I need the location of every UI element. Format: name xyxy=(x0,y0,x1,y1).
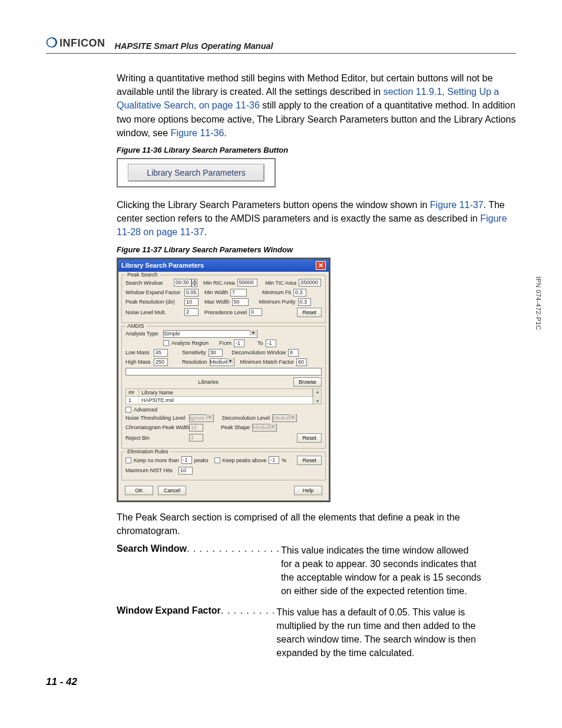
keep-no-more-input[interactable]: -1 xyxy=(181,456,192,464)
peak-reset-button[interactable]: Reset xyxy=(297,308,322,317)
precedence-input[interactable]: 0 xyxy=(249,308,262,316)
elim-reset-button[interactable]: Reset xyxy=(297,456,322,465)
peak-res-input[interactable]: 10 xyxy=(184,298,199,306)
def-search-window: Search Window . . . . . . . . . . . . . … xyxy=(117,543,516,598)
dialog-titlebar[interactable]: Library Search Parameters ✕ xyxy=(118,259,329,272)
min-ric-label: Min RIC Area xyxy=(203,280,235,286)
th-index: ## xyxy=(126,389,139,396)
libraries-scrollbar[interactable]: ▴▾ xyxy=(313,388,322,404)
figure-11-36-image: Library Search Parameters xyxy=(117,158,276,187)
keep-no-more-label: Keep no more than xyxy=(134,457,179,463)
library-search-parameters-button[interactable]: Library Search Parameters xyxy=(128,164,265,182)
link-figure-11-36[interactable]: Figure 11-36 xyxy=(171,128,224,138)
keep-above-input[interactable]: -1 xyxy=(269,456,279,464)
peak-search-legend: Peak Search xyxy=(125,272,160,278)
paragraph-2: Clicking the Library Search Parameters b… xyxy=(117,198,516,239)
figure-11-37-caption: Figure 11-37 Library Search Parameters W… xyxy=(117,245,516,254)
browse-button[interactable]: Browse xyxy=(293,377,322,387)
ok-button[interactable]: OK xyxy=(125,486,153,495)
min-tic-input[interactable]: 250000 xyxy=(299,279,321,286)
keep-above-checkbox[interactable] xyxy=(214,457,220,463)
table-row[interactable]: 1 HAPSITE.msl xyxy=(125,397,313,404)
peak-search-group: Peak Search Search Window 00:30▴▾ Min RI… xyxy=(121,275,326,323)
peak-shape-label: Peak Shape xyxy=(221,424,250,430)
sensitivity-label: Sensitivity xyxy=(182,350,206,355)
page-number: 11 - 42 xyxy=(46,676,516,688)
def-window-expand-factor: Window Expand Factor . . . . . . . . . T… xyxy=(117,605,516,660)
keep-above-label: Keep peaks above xyxy=(223,457,267,463)
noise-thresh-label: Noise Thresholding Level xyxy=(125,415,187,421)
keep-no-more-checkbox[interactable] xyxy=(125,457,131,463)
to-label: To xyxy=(257,340,263,346)
min-purity-input[interactable]: 0.3 xyxy=(298,298,311,306)
low-mass-input[interactable]: 45 xyxy=(154,349,168,357)
close-icon[interactable]: ✕ xyxy=(316,261,326,270)
analyze-region-checkbox[interactable] xyxy=(163,340,169,346)
peak-res-label: Peak Resolution (dx) xyxy=(125,299,182,305)
doc-title: HAPSITE Smart Plus Operating Manual xyxy=(115,41,273,51)
deconv-window-input[interactable]: 8 xyxy=(288,349,299,357)
high-mass-input[interactable]: 250 xyxy=(154,358,168,366)
spin-down-icon[interactable]: ▾ xyxy=(191,283,197,287)
dialog-title-text: Library Search Parameters xyxy=(121,262,204,269)
resolution-label: Resolution xyxy=(182,359,207,365)
percent-label: % xyxy=(282,457,286,463)
page-header: ❍ INFICON HAPSITE Smart Plus Operating M… xyxy=(46,35,516,54)
max-width-label: Max Width xyxy=(204,299,230,305)
spin-up-icon[interactable]: ▴ xyxy=(191,279,197,283)
scroll-down-icon[interactable]: ▾ xyxy=(316,398,319,404)
min-ric-input[interactable]: 50000 xyxy=(237,279,257,286)
def-term: Search Window xyxy=(117,543,187,598)
from-label: From xyxy=(219,340,232,346)
resolution-select[interactable]: Medium xyxy=(210,358,234,366)
link-figure-11-37[interactable]: Figure 11-37 xyxy=(430,200,484,210)
wef-input[interactable]: 0.05 xyxy=(184,289,199,297)
advanced-label: Advanced xyxy=(134,407,157,413)
min-fit-input[interactable]: 0.3 xyxy=(293,289,306,297)
from-input[interactable]: -1 xyxy=(234,340,244,347)
amdis-reset-button[interactable]: Reset xyxy=(297,433,322,443)
max-nist-input[interactable]: 10 xyxy=(178,467,193,475)
def-desc: This value has a default of 0.05. This v… xyxy=(276,605,477,660)
amdis-legend: AMDIS xyxy=(125,323,146,329)
max-nist-label: Maximum NIST Hits xyxy=(125,467,176,473)
side-ipn: IPN 074-472-P1C xyxy=(535,276,542,330)
deconv-level-select: Medium xyxy=(272,414,297,422)
high-mass-label: High Mass xyxy=(125,359,151,365)
chrom-peak-width-label: Chromatogram Peak Width xyxy=(125,424,187,430)
to-input[interactable]: -1 xyxy=(266,340,276,347)
libraries-path-input[interactable] xyxy=(125,368,322,375)
elimination-legend: Elimination Rules xyxy=(125,449,170,454)
wef-label: Window Expand Factor xyxy=(125,289,182,295)
def-dots: . . . . . . . . . . . . . . . xyxy=(187,543,280,598)
search-window-input[interactable]: 00:30▴▾ xyxy=(174,279,197,287)
cancel-button[interactable]: Cancel xyxy=(158,486,186,495)
min-width-label: Min Width xyxy=(204,289,228,295)
logo-icon: ❍ xyxy=(46,35,58,51)
reject-bin-input: 2 xyxy=(189,434,203,442)
analysis-type-label: Analysis Type xyxy=(125,331,161,337)
min-width-input[interactable]: 7 xyxy=(230,289,247,297)
paragraph-3: The Peak Search section is comprised of … xyxy=(117,510,516,538)
sensitivity-input[interactable]: 30 xyxy=(209,349,223,357)
min-tic-label: Min TIC Area xyxy=(266,280,296,286)
help-button[interactable]: Help xyxy=(294,486,322,495)
low-mass-label: Low Mass xyxy=(125,350,151,355)
amdis-group: AMDIS Analysis Type Simple Analyze Regio… xyxy=(121,326,326,449)
scroll-up-icon[interactable]: ▴ xyxy=(316,389,319,394)
min-match-input[interactable]: 60 xyxy=(296,358,307,366)
max-width-input[interactable]: 50 xyxy=(232,298,249,306)
analysis-type-select[interactable]: Simple xyxy=(163,330,257,338)
deconv-level-label: Deconvolution Level xyxy=(222,415,270,421)
advanced-checkbox[interactable] xyxy=(125,407,131,413)
analyze-region-label: Analyze Region xyxy=(171,340,209,346)
noise-mult-input[interactable]: 2 xyxy=(184,308,199,316)
chrom-peak-width-input: 12 xyxy=(189,424,203,431)
elimination-rules-group: Elimination Rules Keep no more than -1 p… xyxy=(121,452,326,480)
brand-text: INFICON xyxy=(59,37,105,50)
td-index: 1 xyxy=(126,397,139,404)
brand-logo: ❍ INFICON xyxy=(46,35,105,51)
library-search-parameters-dialog: Library Search Parameters ✕ Peak Search … xyxy=(117,258,330,502)
figure-11-36-caption: Figure 11-36 Library Search Parameters B… xyxy=(117,146,516,154)
peak-shape-select: Medium xyxy=(252,424,277,431)
